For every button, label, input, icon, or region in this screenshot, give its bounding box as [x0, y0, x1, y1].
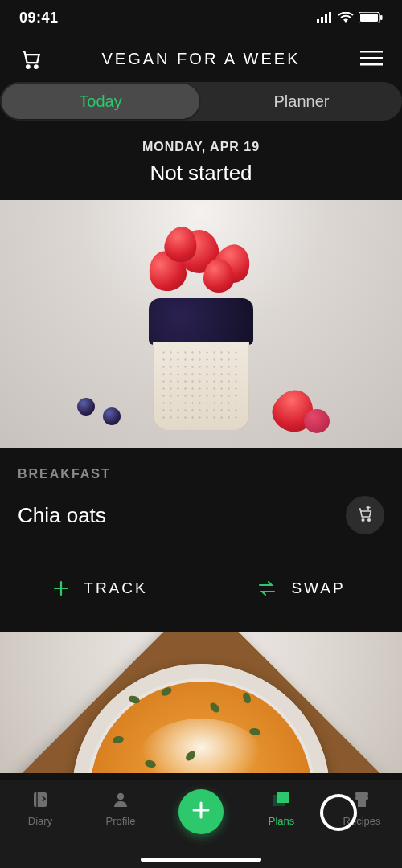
- status-bar: 09:41: [0, 0, 402, 35]
- track-button[interactable]: TRACK: [0, 559, 201, 617]
- diary-icon: [28, 788, 52, 812]
- meal-type-label: BREAKFAST: [18, 467, 384, 481]
- svg-rect-11: [360, 63, 383, 66]
- svg-rect-2: [325, 14, 327, 23]
- track-label: TRACK: [84, 579, 147, 597]
- plans-icon: [269, 788, 293, 812]
- tab-label: Plans: [269, 815, 295, 827]
- meal-image-breakfast[interactable]: [0, 200, 402, 448]
- battery-icon: [359, 12, 383, 23]
- swap-label: SWAP: [291, 579, 345, 597]
- tab-recipes[interactable]: Recipes: [322, 788, 402, 827]
- svg-rect-3: [329, 12, 331, 23]
- meal-image-next[interactable]: [0, 632, 402, 773]
- plan-status: Not started: [0, 161, 402, 186]
- meal-card-breakfast: BREAKFAST Chia oats: [0, 448, 402, 559]
- screen: 09:41 VEGAN FOR A WEEK Today Planner: [0, 0, 402, 868]
- cellular-icon: [317, 12, 333, 23]
- cart-icon[interactable]: [18, 46, 43, 72]
- svg-point-8: [35, 65, 38, 68]
- svg-point-13: [368, 519, 371, 522]
- svg-point-15: [117, 793, 124, 800]
- plus-icon: [53, 580, 69, 596]
- divider: [18, 559, 384, 559]
- swap-icon: [257, 580, 277, 596]
- plus-icon: [191, 800, 211, 824]
- bottom-tabbar: Diary Profile Plans Recipes: [0, 780, 402, 868]
- tab-label: Diary: [28, 815, 52, 827]
- date-block: MONDAY, APR 19 Not started: [0, 127, 402, 200]
- svg-rect-10: [360, 57, 383, 59]
- tab-label: Recipes: [343, 815, 381, 827]
- svg-point-12: [362, 519, 364, 522]
- wifi-icon: [338, 12, 354, 23]
- cart-plus-icon: [355, 504, 375, 526]
- meal-title: Chia oats: [18, 503, 106, 528]
- tab-plans[interactable]: Plans: [241, 788, 322, 827]
- fab-add-button[interactable]: [178, 789, 224, 834]
- tab-add[interactable]: [161, 788, 241, 834]
- status-time: 09:41: [19, 10, 59, 27]
- add-to-cart-button[interactable]: [346, 496, 384, 534]
- svg-rect-0: [317, 19, 319, 23]
- hamburger-menu-icon[interactable]: [359, 46, 384, 72]
- date-label: MONDAY, APR 19: [0, 140, 402, 154]
- meal-actions: TRACK SWAP: [0, 559, 402, 617]
- svg-rect-17: [277, 792, 289, 803]
- tab-profile[interactable]: Profile: [80, 788, 161, 827]
- svg-rect-9: [360, 51, 383, 53]
- tab-today[interactable]: Today: [0, 82, 201, 121]
- page-title: VEGAN FOR A WEEK: [102, 50, 301, 68]
- tab-planner[interactable]: Planner: [201, 82, 402, 121]
- svg-point-7: [27, 65, 30, 68]
- svg-rect-6: [380, 15, 383, 20]
- svg-rect-1: [321, 17, 323, 23]
- recipes-icon: [350, 788, 374, 812]
- appbar: VEGAN FOR A WEEK: [0, 35, 402, 82]
- tab-diary[interactable]: Diary: [0, 788, 80, 827]
- segment-control: Today Planner: [0, 82, 402, 127]
- swap-button[interactable]: SWAP: [201, 559, 402, 617]
- profile-icon: [109, 788, 133, 812]
- tab-label: Profile: [106, 815, 136, 827]
- home-indicator[interactable]: [141, 858, 261, 862]
- status-icons: [317, 12, 383, 23]
- svg-rect-5: [360, 14, 378, 22]
